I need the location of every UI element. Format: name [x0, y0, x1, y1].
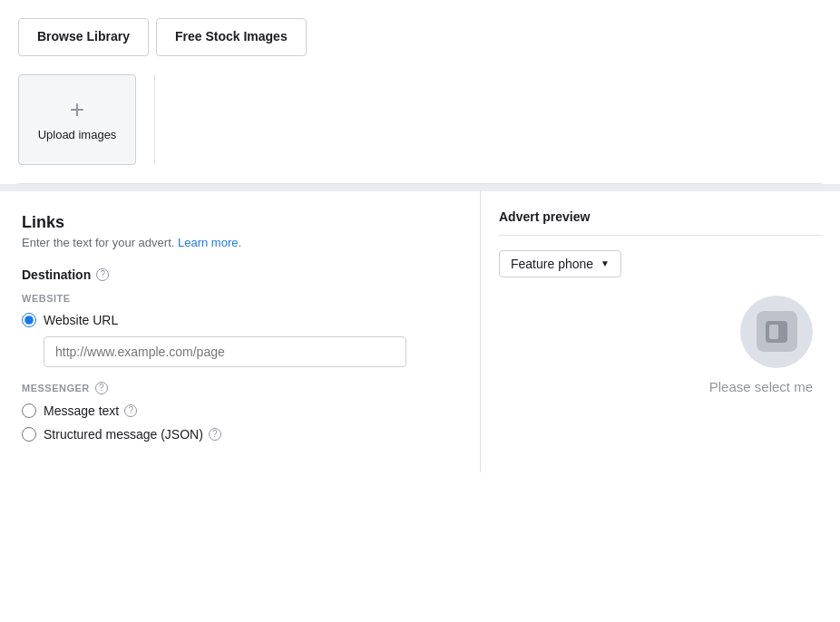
url-input[interactable]	[44, 336, 406, 367]
dropdown-arrow-icon: ▼	[601, 258, 610, 268]
preview-icon-inner	[757, 311, 797, 352]
upload-label: Upload images	[38, 128, 117, 141]
browse-library-button[interactable]: Browse Library	[18, 18, 149, 56]
preview-title: Advert preview	[499, 209, 822, 224]
message-text-radio-option: Message text ?	[22, 403, 458, 418]
section-divider	[0, 184, 840, 191]
preview-brand-icon	[764, 319, 789, 345]
upload-images-box[interactable]: + Upload images	[18, 74, 136, 165]
subtitle-text: Enter the text for your advert.	[22, 236, 174, 249]
svg-rect-1	[769, 325, 778, 339]
links-subtitle: Enter the text for your advert. Learn mo…	[22, 236, 458, 249]
messenger-section-label: MESSENGER	[22, 383, 90, 394]
preview-content: Please select me	[499, 296, 822, 394]
website-url-label: Website URL	[44, 313, 118, 327]
upload-area: + Upload images	[18, 74, 822, 184]
url-input-wrapper	[44, 336, 458, 367]
website-section-label: WEBSITE	[22, 293, 458, 304]
message-text-radio[interactable]	[22, 403, 36, 418]
button-row: Browse Library Free Stock Images	[18, 18, 822, 56]
structured-message-label: Structured message (JSON)	[44, 427, 203, 442]
device-dropdown[interactable]: Feature phone ▼	[499, 250, 621, 277]
structured-message-radio[interactable]	[22, 427, 36, 442]
preview-placeholder-text: Please select me	[709, 379, 813, 394]
preview-panel: Advert preview Feature phone ▼ Please se…	[481, 191, 840, 472]
destination-label: Destination	[22, 267, 91, 282]
free-stock-images-button[interactable]: Free Stock Images	[156, 18, 307, 56]
links-panel: Links Enter the text for your advert. Le…	[0, 191, 481, 472]
messenger-row: MESSENGER ?	[22, 382, 458, 394]
messenger-info-icon[interactable]: ?	[95, 382, 108, 394]
structured-message-info-icon[interactable]: ?	[209, 428, 221, 441]
preview-divider	[499, 235, 822, 236]
learn-more-link[interactable]: Learn more	[178, 236, 238, 249]
message-text-info-icon[interactable]: ?	[124, 404, 137, 417]
message-text-label: Message text	[44, 403, 119, 418]
top-section: Browse Library Free Stock Images + Uploa…	[0, 0, 840, 184]
bottom-section: Links Enter the text for your advert. Le…	[0, 191, 840, 472]
website-url-radio-option: Website URL	[22, 313, 458, 327]
destination-info-icon[interactable]: ?	[96, 268, 109, 281]
website-url-radio[interactable]	[22, 313, 36, 327]
upload-plus-icon: +	[70, 97, 84, 122]
destination-row: Destination ?	[22, 267, 458, 282]
preview-icon-circle	[740, 296, 813, 368]
upload-divider	[154, 74, 155, 165]
links-title: Links	[22, 213, 458, 232]
device-label: Feature phone	[511, 257, 593, 271]
structured-message-radio-option: Structured message (JSON) ?	[22, 427, 458, 442]
